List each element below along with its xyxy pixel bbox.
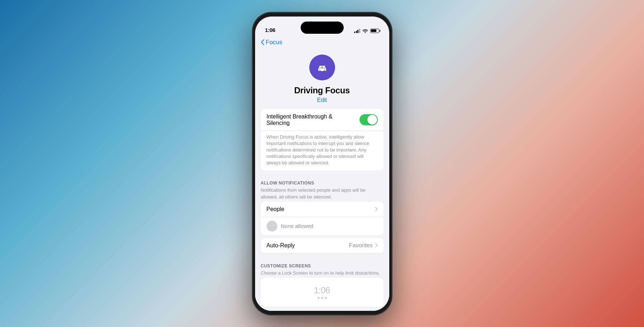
page-title: Driving Focus (294, 85, 350, 95)
status-time: 1:06 (265, 27, 276, 33)
auto-reply-chevron-icon (375, 243, 378, 248)
toggle-section: Intelligent Breakthrough & Silencing Whe… (255, 109, 389, 171)
people-card: People None allowed (261, 202, 384, 235)
customize-screens-subtitle: Choose a Lock Screen to turn on to help … (261, 270, 384, 276)
chevron-left-icon (261, 39, 264, 45)
svg-rect-0 (315, 60, 329, 75)
svg-rect-5 (323, 66, 325, 68)
none-allowed-row: None allowed (261, 217, 384, 235)
wifi-icon (362, 29, 368, 33)
intelligent-toggle[interactable] (359, 114, 378, 125)
battery-icon (370, 29, 379, 33)
header-section: Driving Focus Edit (255, 47, 389, 109)
dynamic-island (301, 22, 344, 34)
toggle-knob (367, 115, 377, 125)
preview-dot-2 (321, 297, 323, 299)
svg-point-7 (324, 69, 325, 70)
car-icon (315, 60, 329, 75)
edit-button[interactable]: Edit (317, 97, 327, 103)
signal-bars-icon (354, 29, 360, 33)
preview-content: 1:06 (314, 285, 330, 299)
preview-dot-3 (325, 297, 327, 299)
people-label: People (267, 206, 285, 212)
people-section: People None allowed (255, 202, 389, 235)
auto-reply-value: Favorites (349, 242, 373, 249)
allow-notifications-subtitle: Notifications from selected people and a… (261, 187, 384, 200)
allow-notifications-title: ALLOW NOTIFICATIONS (261, 181, 384, 186)
signal-bar-1 (354, 32, 355, 33)
svg-point-2 (319, 70, 321, 72)
phone-wrapper: 1:06 (252, 12, 392, 315)
svg-rect-4 (319, 66, 322, 68)
auto-reply-row[interactable]: Auto-Reply Favorites (261, 238, 384, 253)
preview-time: 1:06 (314, 285, 330, 295)
auto-reply-right: Favorites (349, 242, 378, 249)
driving-focus-icon (309, 55, 335, 80)
auto-reply-section: Auto-Reply Favorites (255, 238, 389, 253)
battery-fill (371, 29, 376, 32)
toggle-row[interactable]: Intelligent Breakthrough & Silencing (261, 109, 384, 131)
none-allowed-text: None allowed (281, 223, 314, 229)
svg-point-3 (323, 70, 325, 72)
screen-content[interactable]: Focus (255, 36, 389, 311)
people-row[interactable]: People (261, 202, 384, 217)
phone-screen: 1:06 (255, 17, 389, 311)
none-avatar (267, 221, 277, 232)
phone-frame: 1:06 (252, 12, 392, 315)
toggle-label: Intelligent Breakthrough & Silencing (267, 113, 359, 126)
intelligent-card: Intelligent Breakthrough & Silencing Whe… (261, 109, 384, 171)
customize-screens-header: CUSTOMIZE SCREENS Choose a Lock Screen t… (255, 256, 389, 278)
back-label: Focus (266, 39, 282, 46)
customize-screens-title: CUSTOMIZE SCREENS (261, 263, 384, 268)
back-button[interactable]: Focus (261, 39, 282, 46)
status-icons (354, 29, 379, 33)
lock-screen-preview[interactable]: 1:06 (261, 278, 384, 307)
signal-bar-3 (357, 30, 358, 33)
signal-bar-4 (359, 29, 360, 33)
nav-bar: Focus (255, 36, 389, 47)
chevron-right-icon (375, 207, 378, 211)
auto-reply-label: Auto-Reply (267, 242, 295, 249)
people-row-right (375, 207, 378, 211)
preview-dot-1 (318, 297, 320, 299)
preview-dots (314, 297, 330, 299)
allow-notifications-header: ALLOW NOTIFICATIONS Notifications from s… (255, 173, 389, 201)
signal-bar-2 (356, 31, 357, 33)
svg-point-6 (319, 69, 320, 70)
toggle-description: When Driving Focus is active, intelligen… (261, 131, 384, 171)
auto-reply-card: Auto-Reply Favorites (261, 238, 384, 253)
